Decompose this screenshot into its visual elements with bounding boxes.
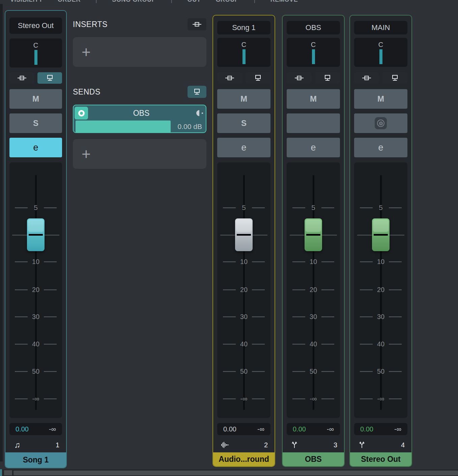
- inserts-title: INSERTS: [73, 20, 108, 29]
- pan-value: C: [311, 41, 316, 49]
- channel-number: 3: [334, 441, 337, 449]
- fader-handle[interactable]: [235, 218, 253, 251]
- channel-name-label[interactable]: Song 1: [5, 452, 66, 468]
- channel-output-title[interactable]: MAIN: [354, 21, 407, 34]
- channel-name-label[interactable]: OBS: [283, 452, 344, 466]
- menu-item-song-group[interactable]: SONG GROUP: [112, 0, 156, 3]
- sends-monitor-button[interactable]: [188, 86, 206, 98]
- pan-control[interactable]: C: [217, 38, 270, 67]
- pan-control[interactable]: C: [287, 38, 340, 67]
- main-mix-button[interactable]: [354, 113, 407, 133]
- monitor-icon: [255, 75, 261, 81]
- add-send-slot[interactable]: +: [73, 139, 206, 169]
- channel-name-label[interactable]: Stereo Out: [350, 452, 411, 466]
- insert-bypass-icon: [362, 75, 371, 81]
- channel-number: 2: [264, 441, 268, 449]
- scrollbar-corner-button[interactable]: [4, 470, 12, 475]
- bypass-sends-button[interactable]: [315, 72, 340, 84]
- edit-channel-button[interactable]: e: [287, 138, 340, 157]
- bypass-sends-button[interactable]: [382, 72, 407, 84]
- inserts-bypass-button[interactable]: [188, 18, 206, 30]
- pan-value: C: [378, 41, 383, 49]
- send-level-value: 0.00 dB: [178, 121, 202, 133]
- solo-button[interactable]: S: [217, 113, 270, 133]
- peak-value[interactable]: -∞: [49, 425, 56, 433]
- level-readout: 0.00 -∞: [217, 423, 270, 435]
- channel-type-row: 4: [354, 438, 407, 452]
- bypass-sends-button[interactable]: [246, 72, 270, 84]
- edit-channel-button[interactable]: e: [217, 138, 270, 157]
- left-panel-edge: [0, 4, 3, 461]
- fader-handle[interactable]: [27, 218, 45, 251]
- gain-value[interactable]: 0.00: [360, 425, 373, 433]
- fader-section: 5 0 10 20 30 40 50 -∞: [217, 162, 270, 418]
- main-mix-target-icon: [375, 117, 387, 129]
- send-slot-obs[interactable]: OBS 0.00 dB: [73, 105, 206, 133]
- fader-handle[interactable]: [372, 218, 390, 251]
- mixer-area: Stereo Out C M S e 5 0 10 20: [0, 4, 458, 468]
- menu-item-order[interactable]: ORDER: [58, 0, 81, 3]
- channel-strip-main: MAIN C M e 5 0: [349, 15, 412, 467]
- edit-channel-button[interactable]: e: [9, 138, 62, 157]
- send-destination: OBS: [88, 109, 195, 118]
- mute-button[interactable]: M: [354, 89, 407, 109]
- mute-button[interactable]: M: [9, 89, 62, 109]
- sends-title: SENDS: [73, 87, 101, 97]
- fader-section: 5 0 10 20 30 40 50 -∞: [9, 162, 62, 418]
- insert-bypass-icon: [193, 22, 201, 27]
- send-level-control[interactable]: 0.00 dB: [75, 121, 205, 133]
- channel-output-title[interactable]: Song 1: [217, 21, 270, 34]
- pre-post-fader-icon[interactable]: [195, 110, 205, 116]
- menu-item-visibility[interactable]: VISIBILITY: [10, 0, 43, 3]
- peak-value[interactable]: -∞: [327, 425, 334, 433]
- mute-button[interactable]: M: [287, 89, 340, 109]
- menu-separator: |: [254, 0, 255, 3]
- menu-item-out[interactable]: OUT: [188, 0, 201, 3]
- horizontal-scrollbar: [0, 469, 458, 476]
- bypass-inserts-button[interactable]: [287, 72, 312, 84]
- sends-header: SENDS: [73, 85, 206, 99]
- group-channel-icon: [289, 442, 299, 448]
- peak-value[interactable]: -∞: [257, 425, 264, 433]
- gain-value[interactable]: 0.00: [223, 425, 236, 433]
- menu-item-remove[interactable]: REMOVE: [270, 0, 298, 3]
- pan-control[interactable]: C: [9, 38, 62, 68]
- channel-name-label[interactable]: Audio...round: [213, 452, 275, 466]
- inserts-header: INSERTS: [73, 18, 206, 31]
- monitor-icon: [47, 75, 53, 81]
- insert-bypass-icon: [295, 75, 304, 81]
- menu-separator: |: [171, 0, 172, 3]
- gain-value[interactable]: 0.00: [293, 425, 306, 433]
- fader-handle[interactable]: [305, 218, 322, 251]
- pan-bar: [379, 49, 382, 64]
- gain-value[interactable]: 0.00: [16, 425, 29, 433]
- bypass-sends-button[interactable]: [37, 72, 62, 84]
- add-insert-slot[interactable]: +: [73, 37, 206, 67]
- solo-button[interactable]: S: [9, 113, 62, 133]
- peak-value[interactable]: -∞: [394, 425, 401, 433]
- pan-bar: [312, 49, 315, 64]
- level-readout: 0.00 -∞: [287, 423, 340, 435]
- scrollbar-accent: [0, 469, 2, 476]
- channel-strip-song1: Stereo Out C M S e 5 0 10 20: [5, 10, 67, 468]
- bypass-inserts-button[interactable]: [217, 72, 242, 84]
- monitor-icon: [194, 89, 200, 95]
- channel-type-row: 3: [287, 438, 340, 452]
- channel-output-title[interactable]: OBS: [287, 21, 340, 34]
- mute-button[interactable]: M: [217, 89, 270, 109]
- bypass-inserts-button[interactable]: [354, 72, 379, 84]
- level-readout: 0.00 -∞: [9, 423, 62, 435]
- menu-separator: |: [95, 0, 97, 3]
- solo-button[interactable]: [287, 113, 340, 133]
- pan-control[interactable]: C: [354, 38, 407, 67]
- monitor-icon: [392, 75, 398, 81]
- send-level-bar[interactable]: [76, 121, 171, 133]
- bypass-inserts-button[interactable]: [9, 72, 34, 84]
- channel-output-title[interactable]: Stereo Out: [9, 18, 62, 34]
- menu-item-group[interactable]: GROUP: [216, 0, 239, 3]
- channel-number: 4: [401, 441, 405, 449]
- send-enable-button[interactable]: [75, 107, 88, 120]
- edit-channel-button[interactable]: e: [354, 138, 407, 157]
- scrollbar-thumb[interactable]: [13, 471, 458, 475]
- pan-bar: [242, 49, 246, 64]
